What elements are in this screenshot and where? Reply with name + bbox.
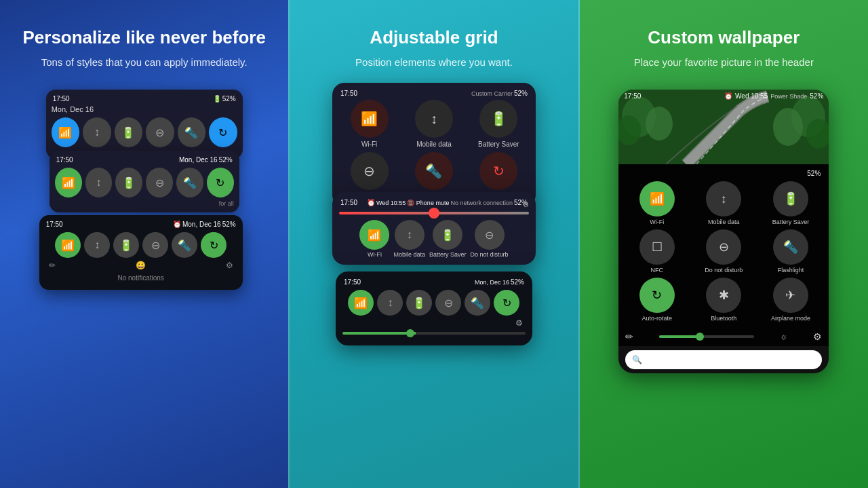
settings-icon-p3: ⚙ (813, 331, 822, 342)
tile-rotate-bottom: ↻ (201, 232, 226, 258)
status-icons-p2-sm: Mon, Dec 16 52% (475, 278, 524, 286)
p3-wifi-btn: 📶 (639, 181, 675, 217)
status-icons-mid: Mon, Dec 16 52% (179, 156, 233, 164)
slider-thumb-sm (406, 329, 414, 337)
panel2-subtitle: Position elements where you want. (355, 55, 513, 69)
time-p2-ov: 17:50 (340, 199, 357, 206)
p3-slider-fill (659, 335, 697, 338)
p3-dnd-label: Do not disturb (705, 267, 743, 274)
wifi-circle-p2-ov: 📶 (359, 220, 389, 250)
edit-icon-p3: ✏ (625, 331, 633, 342)
panel1-phones: 17:50 🔋 52% Mon, Dec 16 📶 ↕ 🔋 ⊖ 🔦 ↻ 17:5… (36, 90, 253, 348)
wallpaper-header: 17:50 ⏰ Wed 10:55 Power Shade 52% (618, 90, 829, 164)
panel3-title: Custom wallpaper (648, 27, 800, 48)
tile-rotate-blue: ↻ (209, 117, 237, 147)
p3-bsaver-btn: 🔋 (773, 181, 808, 217)
tile-wifi-bottom: 📶 (55, 232, 81, 258)
settings-icon-bottom: ⚙ (226, 261, 233, 270)
phone-small-2: 17:50 Mon, Dec 16 52% 📶 ↕ 🔋 ⊖ 🔦 ↻ ⚙ (336, 271, 532, 345)
dnd-sm: ⊖ (435, 290, 461, 316)
panel-adjustable-grid: Adjustable grid Position elements where … (288, 0, 579, 488)
alarm-p3: ⏰ (724, 92, 732, 100)
brightness-slider-p2[interactable]: ⚙ (339, 212, 529, 214)
status-bar-p3-qs: 52% (625, 170, 822, 177)
p3-bt-label: Bluetooth (711, 315, 736, 322)
status-icons-p2-main: Custom Carrier 52% (471, 90, 528, 97)
p3-qs: 52% 📶 Wi-Fi ↕ Mobile data 🔋 Battery Save… (618, 164, 829, 327)
phone-top: 17:50 🔋 52% Mon, Dec 16 📶 ↕ 🔋 ⊖ 🔦 ↻ (46, 90, 243, 159)
bsaver-circle-p2-ov: 🔋 (433, 220, 462, 250)
mdata-icon-p2: ↕ (415, 100, 453, 138)
tile-wifi-green: 📶 (55, 168, 82, 198)
p3-wifi-label: Wi-Fi (650, 219, 664, 225)
battery-icon: 🔋 (213, 95, 221, 102)
wifi-label-p2: Wi-Fi (361, 140, 377, 148)
svg-point-5 (773, 108, 803, 146)
tile-mdata-blue: ↕ (83, 117, 111, 147)
tile-mdata-bottom: ↕ (84, 232, 110, 258)
status-bar-bottom: 17:50 ⏰ Mon, Dec 16 52% (45, 221, 237, 228)
carrier-p3: Power Shade (770, 93, 807, 100)
tiles-row-bottom: 📶 ↕ 🔋 ⊖ 🔦 ↻ (45, 232, 237, 258)
status-icons-top: 🔋 52% (213, 95, 236, 102)
p3-tile-bluetooth: ✱ Bluetooth (692, 278, 755, 322)
date-p3: Wed 10:55 (735, 92, 768, 100)
p3-tile-mdata: ↕ Mobile data (692, 181, 755, 225)
tile-dnd-p2-ov: ⊖ Do not disturb (471, 220, 509, 258)
battery-p2-sm: 52% (511, 278, 524, 286)
date-bottom: Mon, Dec 16 (182, 221, 221, 228)
date-top: Mon, Dec 16 (52, 105, 237, 113)
tile-bsaver-p2: 🔋 Battery Saver (469, 100, 529, 148)
date-p2-sm: Mon, Dec 16 (475, 279, 509, 286)
no-net-p2: No network connection (450, 200, 513, 206)
brightness-icon-p3: ☼ (780, 332, 787, 341)
panel3-phone: 17:50 ⏰ Wed 10:55 Power Shade 52% (618, 90, 829, 373)
bsaver-lbl-p2-ov: Battery Saver (429, 251, 467, 258)
bsaver-icon-p2: 🔋 (479, 100, 517, 138)
tile-bsaver-p2-ov: 🔋 Battery Saver (429, 220, 467, 258)
mdata-sm: ↕ (377, 290, 403, 316)
battery-bottom: 52% (222, 221, 236, 228)
p3-mdata-btn: ↕ (706, 181, 741, 217)
tile-mdata-p2-ov: ↕ Mobile data (393, 220, 425, 258)
p3-flash-label: Flashlight (778, 267, 804, 274)
p3-flash-btn: 🔦 (773, 229, 808, 265)
p3-tile-rotate: ↻ Auto-rotate (625, 278, 688, 322)
panel-custom-wallpaper: Custom wallpaper Place your favorite pic… (580, 0, 868, 488)
brightness-slider-sm[interactable] (342, 332, 526, 335)
p3-airplane-label: Airplane mode (771, 315, 810, 322)
battery-pct-top: 52% (222, 95, 236, 102)
panel3-subtitle: Place your favorite picture in the heade… (634, 55, 814, 69)
time-p3: 17:50 (624, 92, 641, 100)
battery-p3: 52% (810, 92, 823, 100)
phone-main-2: 17:50 Custom Carrier 52% 📶 Wi-Fi ↕ Mobil… (332, 83, 536, 207)
status-bar-p2-sm: 17:50 Mon, Dec 16 52% (342, 278, 526, 286)
bsaver-label-p2: Battery Saver (478, 140, 519, 148)
time-p2-sm: 17:50 (344, 278, 361, 286)
no-notifications: No notifications (45, 271, 237, 284)
battery-mid: 52% (219, 156, 233, 164)
rotate-icon-p2: ↻ (479, 152, 517, 190)
flash-sm: 🔦 (465, 290, 490, 316)
mdata-lbl-p2-ov: Mobile data (393, 251, 425, 258)
p3-mdata-label: Mobile data (708, 219, 740, 225)
p3-slider-track[interactable] (659, 335, 754, 338)
battery-p2-main: 52% (514, 90, 528, 97)
p3-search-bar[interactable]: 🔍 (625, 350, 822, 369)
panel1-subtitle: Tons of styles that you can apply immedi… (41, 55, 248, 69)
mdata-circle-p2-ov: ↕ (395, 220, 425, 250)
for-all-text: for all (55, 200, 234, 207)
road-svg (618, 90, 829, 164)
tile-battery-blue: 🔋 (115, 117, 143, 147)
tiles-row-top: 📶 ↕ 🔋 ⊖ 🔦 ↻ (52, 117, 237, 147)
carrier-p2: Custom Carrier (471, 90, 513, 97)
wifi-lbl-p2-ov: Wi-Fi (368, 251, 382, 258)
tile-mdata-p2: ↕ Mobile data (403, 100, 464, 148)
tiles-row-p2-ov: 📶 Wi-Fi ↕ Mobile data 🔋 Battery Saver ⊖ … (339, 220, 529, 258)
p3-airplane-btn: ✈ (773, 278, 808, 313)
p3-tile-dnd: ⊖ Do not disturb (692, 229, 755, 274)
p3-tile-airplane: ✈ Airplane mode (760, 278, 823, 322)
status-icons-bottom: ⏰ Mon, Dec 16 52% (173, 221, 236, 228)
tile-rotate-green: ↻ (207, 168, 234, 198)
dnd-circle-p2-ov: ⊖ (475, 220, 505, 250)
